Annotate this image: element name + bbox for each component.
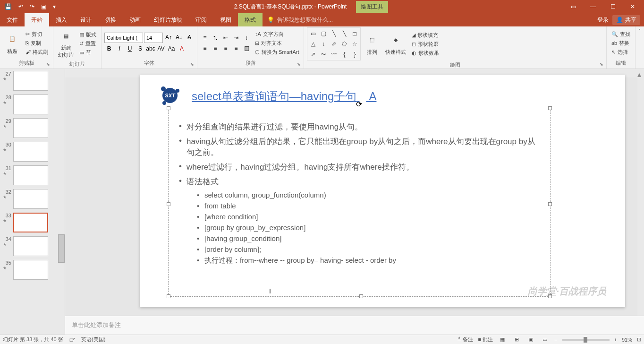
drawing-dialog-launcher[interactable]: ⬊ [600,62,605,68]
shadow-button[interactable]: abc [146,44,155,53]
bullet-level-2[interactable]: select column, group_function(column) [196,191,542,199]
thumbnail-scrollbar[interactable] [58,234,65,263]
tab-insert[interactable]: 插入 [49,13,74,26]
maximize-icon[interactable]: ☐ [603,0,622,13]
thumbnail-row[interactable]: 33★ [0,211,65,234]
font-family-input[interactable] [104,33,143,43]
tab-review[interactable]: 审阅 [189,13,213,26]
bullet-level-2[interactable]: [having group_condition] [196,234,542,242]
copy-button[interactable]: ⎘复制 [24,39,50,47]
tab-slideshow[interactable]: 幻灯片放映 [147,13,189,26]
line-spacing-button[interactable]: ↕ [242,33,251,43]
resize-handle[interactable] [167,202,170,206]
font-grow-button[interactable]: A↑ [164,33,173,42]
slide-editor[interactable]: ▴ SXT select单表查询语句—having子句 A ⟳ 对分组查询的结果… [65,69,644,335]
bullet-level-1[interactable]: where过滤行，having过滤分组。having支持所有where操作符。 [177,162,542,172]
smartart-button[interactable]: ⬡转换为 SmartArt [253,48,301,56]
slide-thumbnails-panel[interactable]: 27★28★29★30★31★32★33★34★35★ [0,69,65,335]
ribbon-options-icon[interactable]: ▭ [564,0,583,13]
clipboard-dialog-launcher[interactable]: ⬊ [46,62,52,68]
arrange-button[interactable]: ⬚排列 [363,32,381,57]
resize-handle[interactable] [548,202,552,206]
thumbnail-row[interactable]: 35★ [0,258,65,282]
resize-handle[interactable] [548,106,552,110]
comments-toggle[interactable]: ■ 批注 [478,336,493,343]
slide-thumbnail[interactable] [13,236,48,256]
slide-thumbnail[interactable] [13,118,48,138]
thumbnail-row[interactable]: 27★ [0,69,65,93]
close-icon[interactable]: ✕ [623,0,642,13]
text-direction-button[interactable]: ↕A文字方向 [253,30,301,38]
italic-button[interactable]: I [115,44,124,53]
layout-button[interactable]: ▤版式 [77,31,98,39]
align-right-button[interactable]: ≡ [221,43,230,53]
reading-view-button[interactable]: ▣ [526,336,535,344]
bold-button[interactable]: B [104,44,114,53]
login-link[interactable]: 登录 [597,16,609,24]
normal-view-button[interactable]: ▦ [498,336,507,344]
tab-transitions[interactable]: 切换 [98,13,123,26]
slide-counter[interactable]: 幻灯片 第 33 张，共 40 张 [3,336,63,343]
slide-canvas[interactable]: SXT select单表查询语句—having子句 A ⟳ 对分组查询的结果进行… [140,75,625,307]
slide-thumbnail[interactable] [13,189,48,209]
select-button[interactable]: ↖选择 [610,48,632,56]
redo-icon[interactable]: ↷ [27,2,37,11]
zoom-in-button[interactable]: + [614,337,617,343]
bullet-level-2[interactable]: [where condition] [196,213,542,221]
tab-view[interactable]: 视图 [213,13,238,26]
zoom-slider[interactable] [562,339,610,341]
shape-outline-button[interactable]: ◻形状轮廓 [410,40,441,48]
minimize-icon[interactable]: — [584,0,602,13]
numbering-button[interactable]: ⒈ [211,33,220,43]
reset-button[interactable]: ↺重置 [77,40,98,48]
tab-format[interactable]: 格式 [238,13,263,26]
new-slide-button[interactable]: ▦ 新建 幻灯片 [56,27,76,60]
thumbnail-row[interactable]: 31★ [0,163,65,187]
columns-button[interactable]: ▥ [242,43,251,53]
tab-animations[interactable]: 动画 [123,13,147,26]
thumbnail-row[interactable]: 34★ [0,234,65,258]
thumbnail-row[interactable]: 32★ [0,187,65,211]
resize-handle[interactable] [167,106,170,110]
align-center-button[interactable]: ≡ [211,43,220,53]
language-status[interactable]: 英语(美国) [81,336,105,343]
tab-home[interactable]: 开始 [25,13,49,26]
tell-me-search[interactable]: 💡 告诉我您想要做什么... [263,13,597,26]
bullet-level-1[interactable]: having从句过滤分组后的结果，它只能出现在group by从句之后，而whe… [177,136,542,158]
justify-button[interactable]: ≡ [231,43,241,53]
slide-title[interactable]: select单表查询语句—having子句 A [192,89,376,104]
slide-thumbnail[interactable] [13,165,48,185]
slide-thumbnail[interactable] [13,71,48,91]
shape-fill-button[interactable]: ◢形状填充 [410,31,441,39]
align-text-button[interactable]: ⊟对齐文本 [253,39,301,47]
bullet-level-2[interactable]: [group by group_by_expression] [196,224,542,232]
vertical-scrollbar[interactable] [637,77,644,316]
bullets-button[interactable]: ≡ [200,33,210,43]
bullet-level-2[interactable]: from table [196,202,542,210]
bullet-level-2[interactable]: [order by column]; [196,245,542,253]
tab-file[interactable]: 文件 [0,13,25,26]
notes-pane[interactable]: 单击此处添加备注 [65,316,644,335]
slideshow-view-button[interactable]: ▭ [540,336,550,344]
slide-thumbnail[interactable] [13,142,48,162]
collapse-ribbon-icon[interactable]: ˄ [636,26,644,69]
slide-thumbnail[interactable] [13,260,48,280]
thumbnail-row[interactable]: 28★ [0,93,65,116]
zoom-level[interactable]: 91% [622,337,632,343]
bullet-level-2[interactable]: 执行过程：from--where -- group by– having- se… [196,256,542,265]
slide-thumbnail[interactable] [13,95,48,114]
bullet-level-1[interactable]: 对分组查询的结果进行过滤，要使用having从句。 [177,121,542,132]
resize-handle[interactable] [359,294,363,298]
font-size-input[interactable] [144,33,163,43]
qat-more-icon[interactable]: ▾ [50,2,59,11]
slide-thumbnail[interactable] [13,213,48,232]
align-left-button[interactable]: ≡ [200,43,210,53]
resize-handle[interactable] [167,294,170,298]
quick-styles-button[interactable]: ◆快速样式 [383,32,408,57]
format-painter-button[interactable]: 🖌格式刷 [24,48,50,56]
save-icon[interactable]: 💾 [2,2,15,11]
find-button[interactable]: 🔍查找 [610,30,632,38]
thumbnail-row[interactable]: 29★ [0,116,65,140]
fit-window-button[interactable]: ⊡ [637,336,641,343]
tab-design[interactable]: 设计 [74,13,98,26]
